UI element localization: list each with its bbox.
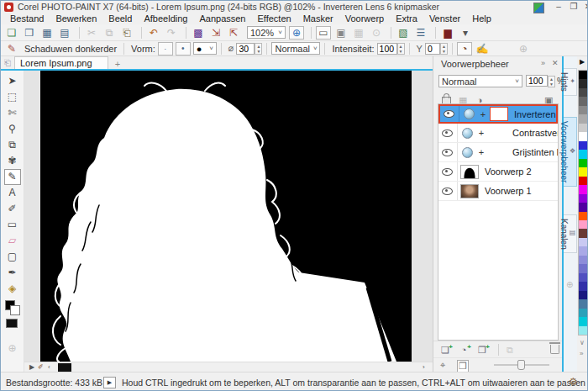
color-swatch-ff9ec8[interactable]: [579, 220, 588, 229]
eyedropper-tool[interactable]: ✒: [4, 265, 21, 281]
options-list-icon[interactable]: ☰: [413, 26, 428, 40]
new-object-from-mask-button[interactable]: ❐+: [475, 344, 489, 356]
title-bar[interactable]: Corel PHOTO-PAINT X7 (64-bits) - Lorem I…: [1, 1, 588, 13]
layer-row-inverteren-lens-6[interactable]: +Inverteren Lens 6: [438, 104, 558, 124]
dock-tab-hints[interactable]: ✦Hints: [564, 68, 577, 96]
eraser-tool[interactable]: ▱: [4, 233, 21, 249]
color-swatch-4a7aa2[interactable]: [579, 299, 588, 308]
tab-scroll-icon[interactable]: ⎗: [4, 58, 11, 68]
nib-shape-dropdown[interactable]: ●˅: [193, 42, 217, 55]
show-mask-marquee-icon[interactable]: ▭: [316, 26, 331, 40]
status-play-icon[interactable]: ▶: [103, 377, 116, 388]
navigator-thumbnail[interactable]: [58, 363, 71, 372]
color-swatch-282828[interactable]: [579, 79, 588, 87]
brush-preset-label[interactable]: Schaduwen donkerder: [24, 44, 117, 54]
color-swatch-f5f500[interactable]: [579, 167, 588, 176]
nib-size-input[interactable]: [236, 43, 255, 55]
color-swatch-6a3a34[interactable]: [579, 229, 588, 237]
color-swatch-c9c9f2[interactable]: [579, 238, 588, 246]
touchup-brush-tool[interactable]: ✾: [4, 153, 21, 169]
background-color-swatch[interactable]: [10, 305, 20, 315]
merge-mode-dropdown[interactable]: Normaal˅: [271, 42, 320, 55]
transparency-spinner[interactable]: ▲▼: [440, 43, 448, 55]
fill-color-swatch[interactable]: [6, 319, 18, 328]
color-swatch-8d8dd9[interactable]: [579, 256, 588, 264]
import-icon[interactable]: ▩: [191, 26, 206, 40]
image-adjust-icon[interactable]: ▧: [396, 26, 411, 40]
color-swatch-7171cc[interactable]: [579, 264, 588, 272]
text-tool[interactable]: A: [4, 185, 21, 201]
layer-row-grijstinten-lens-3[interactable]: +Grijstinten Lens 3: [438, 143, 558, 162]
color-swatch-ababab[interactable]: [579, 114, 588, 123]
canvas-image-mask-view[interactable]: [40, 71, 412, 362]
new-object-button[interactable]: ❏+: [438, 344, 452, 356]
layer-row-voorwerp-1[interactable]: Voorwerp 1: [438, 182, 558, 201]
paste-icon[interactable]: ⎗: [119, 26, 134, 40]
color-swatch-ee00ee[interactable]: [579, 185, 588, 193]
close-button[interactable]: ✕: [581, 1, 588, 12]
menu-bewerken[interactable]: Bewerken: [50, 13, 102, 24]
menu-effecten[interactable]: Effecten: [251, 13, 297, 24]
export-icon[interactable]: ⇲: [208, 26, 223, 40]
menu-masker[interactable]: Masker: [297, 13, 339, 24]
color-swatch-5000a0[interactable]: [579, 203, 588, 211]
menu-venster[interactable]: Venster: [423, 13, 466, 24]
minimize-button[interactable]: –: [552, 1, 565, 12]
color-swatch-cccccc[interactable]: [579, 124, 588, 132]
delete-object-button[interactable]: [550, 345, 559, 354]
menu-voorwerp[interactable]: Voorwerp: [339, 13, 390, 24]
undo-icon[interactable]: ↶: [146, 26, 161, 40]
paint-tool[interactable]: ✎: [4, 169, 21, 185]
color-swatch-000000[interactable]: [579, 71, 588, 79]
settings-gear-icon[interactable]: ⚙: [569, 376, 578, 388]
color-swatch-a9a9e6[interactable]: [579, 246, 588, 255]
color-swatch-2aa2ba[interactable]: [579, 309, 588, 317]
play-animation-icon[interactable]: ▶: [29, 362, 34, 372]
menu-afbeelding[interactable]: Afbeelding: [138, 13, 193, 24]
menu-bestand[interactable]: Bestand: [4, 13, 50, 24]
layer-opacity-spinner[interactable]: ▲▼: [548, 76, 555, 87]
new-lens-button[interactable]: ◔+: [457, 344, 470, 356]
layer-visibility-eye-icon[interactable]: [442, 149, 453, 156]
effect-tool[interactable]: ✐: [4, 201, 21, 217]
nib-small-button[interactable]: ·: [158, 42, 173, 55]
layer-visibility-eye-icon[interactable]: [442, 168, 453, 176]
color-swatch-191980[interactable]: [579, 291, 588, 299]
shape-tool[interactable]: ▢: [4, 249, 21, 265]
pen-settings-icon[interactable]: ✐: [38, 362, 44, 372]
layer-visibility-eye-icon[interactable]: [442, 129, 453, 137]
menu-help[interactable]: Help: [466, 13, 497, 24]
add-docker-tab-button[interactable]: ⊕: [566, 280, 573, 289]
lens-expand-plus[interactable]: +: [477, 147, 486, 157]
palette-scroll-down-icon[interactable]: ∨: [580, 339, 585, 346]
color-swatch-00cada[interactable]: [579, 317, 588, 325]
palette-expand-icon[interactable]: »: [580, 350, 583, 357]
menu-extra[interactable]: Extra: [390, 13, 423, 24]
scroll-left-icon[interactable]: ‹: [48, 362, 50, 372]
thumbnail-size-slider-thumb[interactable]: [517, 360, 525, 370]
dock-tab-voorwerpbeheer[interactable]: ❖Voorwerpbeheer: [564, 117, 577, 187]
page-view-icon[interactable]: ❐: [457, 360, 469, 373]
lens-expand-plus[interactable]: +: [479, 109, 487, 119]
clone-tool[interactable]: ⧉: [4, 137, 21, 153]
color-swatch-2a2ad2[interactable]: [579, 141, 588, 150]
nib-size-spinner[interactable]: ▲▼: [255, 43, 262, 55]
quick-customize-icon[interactable]: [533, 3, 544, 13]
color-swatch-5151c0[interactable]: [579, 273, 588, 282]
publish-pdf-icon[interactable]: ⇱: [226, 26, 241, 40]
layer-row-voorwerp-2[interactable]: Voorwerp 2: [438, 162, 558, 182]
menu-aanpassen[interactable]: Aanpassen: [193, 13, 251, 24]
color-swatch-484848[interactable]: [579, 88, 588, 97]
transparency-input[interactable]: [425, 43, 440, 55]
lens-expand-plus[interactable]: +: [477, 128, 486, 138]
fit-to-window-icon[interactable]: ⊕: [289, 26, 304, 40]
layer-merge-mode-dropdown[interactable]: Normaal˅: [438, 75, 522, 87]
fullscreen-dropdown-icon[interactable]: ▾: [458, 26, 473, 40]
save-icon[interactable]: ▦: [39, 26, 55, 40]
color-swatch-3131a9[interactable]: [579, 282, 588, 290]
fullscreen-preview-icon[interactable]: ▆: [440, 26, 455, 40]
color-swatch-92eaee[interactable]: [579, 326, 588, 335]
color-swatch-ff5500[interactable]: [579, 212, 588, 220]
new-document-icon[interactable]: ❏: [4, 26, 19, 40]
color-swatch-00c000[interactable]: [579, 159, 588, 167]
